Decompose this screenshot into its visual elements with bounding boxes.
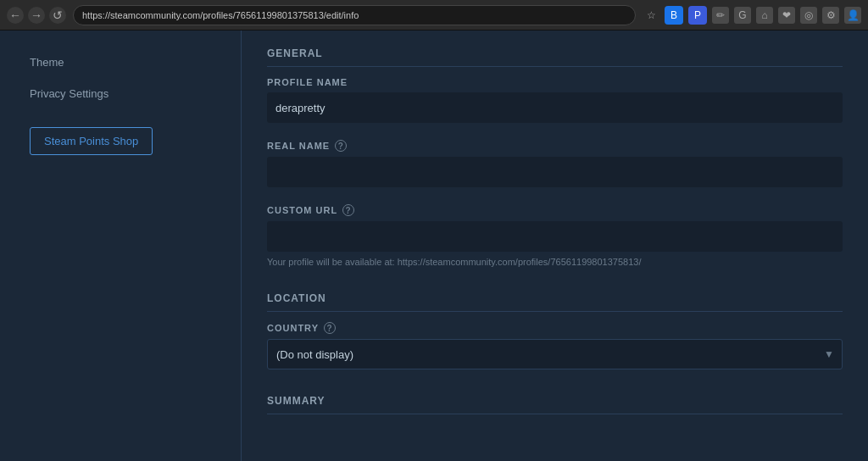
profile-name-input[interactable]: [267, 92, 843, 123]
summary-section-header: SUMMARY: [267, 395, 843, 414]
country-select[interactable]: (Do not display) United States United Ki…: [267, 339, 843, 369]
real-name-help-icon[interactable]: ?: [335, 140, 347, 152]
content-area: GENERAL PROFILE NAME REAL NAME ? CUSTOM …: [242, 31, 868, 461]
sidebar-item-theme[interactable]: Theme: [17, 47, 224, 77]
extension-icon-2[interactable]: P: [688, 6, 707, 25]
extension-icon-5[interactable]: ⌂: [756, 7, 773, 24]
browser-bar: ← → ↺ https://steamcommunity.com/profile…: [0, 0, 868, 31]
extension-icon-6[interactable]: ❤: [778, 7, 795, 24]
extension-icon-7[interactable]: ◎: [800, 7, 817, 24]
steam-points-shop-button[interactable]: Steam Points Shop: [30, 127, 153, 155]
country-group: COUNTRY ? (Do not display) United States…: [267, 322, 843, 369]
profile-url-hint: Your profile will be available at: https…: [267, 257, 843, 267]
browser-nav-buttons: ← → ↺: [7, 7, 66, 24]
back-button[interactable]: ←: [7, 7, 24, 24]
general-section-header: GENERAL: [267, 47, 843, 67]
extension-icon-3[interactable]: ✏: [712, 7, 729, 24]
real-name-label: REAL NAME ?: [267, 140, 843, 152]
extension-icon-1[interactable]: B: [665, 6, 683, 25]
sidebar-item-privacy[interactable]: Privacy Settings: [17, 79, 224, 108]
location-section-header: LOCATION: [267, 292, 843, 312]
real-name-input[interactable]: [267, 157, 843, 187]
country-label: COUNTRY ?: [267, 322, 843, 334]
address-bar[interactable]: https://steamcommunity.com/profiles/7656…: [73, 5, 636, 25]
country-select-wrapper: (Do not display) United States United Ki…: [267, 339, 843, 369]
real-name-group: REAL NAME ?: [267, 140, 843, 187]
refresh-button[interactable]: ↺: [49, 7, 66, 24]
general-section: GENERAL PROFILE NAME REAL NAME ? CUSTOM …: [267, 47, 843, 267]
location-section: LOCATION COUNTRY ? (Do not display) Unit…: [267, 292, 843, 369]
profile-name-group: PROFILE NAME: [267, 77, 843, 123]
profile-name-label: PROFILE NAME: [267, 77, 843, 87]
profile-icon[interactable]: 👤: [844, 7, 861, 24]
extension-icon-4[interactable]: G: [734, 7, 751, 24]
sidebar: Theme Privacy Settings Steam Points Shop: [0, 31, 242, 461]
country-help-icon[interactable]: ?: [324, 322, 336, 334]
url-text: https://steamcommunity.com/profiles/7656…: [82, 10, 359, 20]
custom-url-group: CUSTOM URL ? Your profile will be availa…: [267, 204, 843, 267]
extension-icon-8[interactable]: ⚙: [822, 7, 839, 24]
summary-section: SUMMARY: [267, 395, 843, 414]
forward-button[interactable]: →: [28, 7, 45, 24]
main-container: Theme Privacy Settings Steam Points Shop…: [0, 31, 868, 461]
custom-url-label: CUSTOM URL ?: [267, 204, 843, 216]
star-icon[interactable]: ☆: [643, 7, 659, 24]
custom-url-help-icon[interactable]: ?: [342, 204, 354, 216]
browser-extension-icons: ☆ B P ✏ G ⌂ ❤ ◎ ⚙ 👤: [643, 6, 861, 25]
custom-url-input[interactable]: [267, 221, 843, 252]
